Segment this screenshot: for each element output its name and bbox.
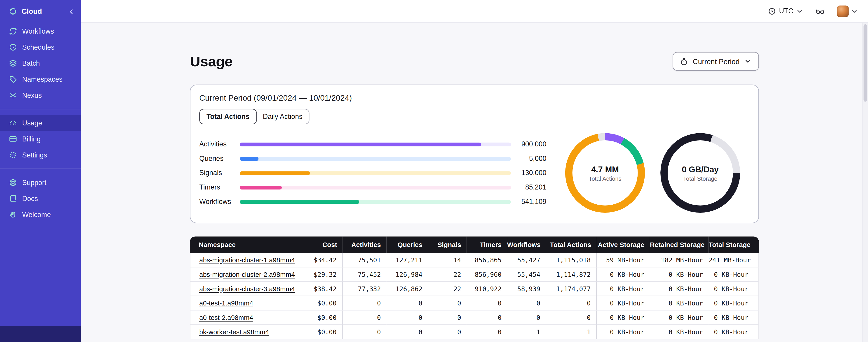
- table-cell: 77,332: [343, 282, 386, 296]
- table-cell: $0.00: [306, 325, 343, 339]
- bar-value: 900,000: [511, 140, 547, 148]
- tab-daily-actions[interactable]: Daily Actions: [256, 109, 310, 124]
- docs-icon: [9, 195, 17, 203]
- sidebar-item-namespaces[interactable]: Namespaces: [0, 71, 81, 87]
- usage-bar-chart: Activities900,000Queries5,000Signals130,…: [199, 137, 546, 209]
- namespace-link[interactable]: abs-migration-cluster-3.a98mm4: [199, 285, 295, 293]
- bar-label: Queries: [199, 155, 240, 163]
- period-button-label: Current Period: [693, 57, 739, 65]
- table-cell: 1,174,077: [546, 282, 597, 296]
- workflows-bar: [240, 200, 511, 204]
- bar-row: Queries5,000: [199, 151, 546, 166]
- usage-card: Current Period (09/01/2024 — 10/01/2024)…: [190, 84, 759, 223]
- sidebar-item-settings[interactable]: Settings: [0, 147, 81, 163]
- table-cell: 1: [546, 325, 597, 339]
- page-header: Usage Current Period: [190, 52, 759, 71]
- sidebar-footer: [0, 326, 81, 342]
- usage-icon: [9, 119, 17, 127]
- table-cell: 0: [467, 296, 507, 311]
- sidebar-collapse-button[interactable]: [67, 7, 75, 15]
- table-cell: 0 KB-Hour: [597, 296, 650, 311]
- sidebar-item-label: Usage: [22, 119, 42, 127]
- table-cell: 58,939: [507, 282, 546, 296]
- welcome-icon: [9, 210, 17, 219]
- clock-icon: [768, 7, 776, 15]
- billing-icon: [9, 135, 17, 143]
- chevron-down-icon: [851, 7, 858, 15]
- namespace-link[interactable]: bk-worker-test.a98mm4: [199, 328, 269, 336]
- table-cell: 0 KB-Hour: [597, 282, 650, 296]
- table-cell: 14: [428, 253, 467, 268]
- namespace-usage-table: NamespaceCostActivitiesQueriesSignalsTim…: [190, 236, 759, 339]
- donut-center: 0 GB/DayTotal Storage: [668, 140, 733, 206]
- card-title: Current Period (09/01/2024 — 10/01/2024): [199, 93, 750, 102]
- sidebar-item-batch[interactable]: Batch: [0, 55, 81, 71]
- namespace-link[interactable]: a0-test-1.a98mm4: [199, 299, 253, 307]
- table-cell: $0.00: [306, 310, 343, 325]
- column-header: Signals: [428, 236, 467, 253]
- sidebar-item-docs[interactable]: Docs: [0, 191, 81, 207]
- table-cell: 0: [343, 310, 386, 325]
- bar-row: Activities900,000: [199, 137, 546, 151]
- bar-row: Timers85,201: [199, 180, 546, 195]
- sidebar: Cloud WorkflowsSchedulesBatchNamespacesN…: [0, 0, 81, 342]
- table-cell: 0: [343, 296, 386, 311]
- sidebar-item-label: Batch: [22, 59, 40, 67]
- bar-value: 5,000: [511, 155, 547, 163]
- table-cell: 0 KB-Hour: [597, 325, 650, 339]
- bar-value: 85,201: [511, 183, 547, 191]
- timezone-selector[interactable]: UTC: [768, 7, 803, 15]
- namespace-cell: abs-migration-cluster-1.a98mm4: [190, 253, 306, 268]
- glasses-button[interactable]: [815, 6, 825, 16]
- sidebar-item-workflows[interactable]: Workflows: [0, 23, 81, 39]
- table-cell: 0: [467, 310, 507, 325]
- sidebar-item-nexus[interactable]: Nexus: [0, 87, 81, 103]
- timer-icon: [680, 57, 688, 65]
- sidebar-item-billing[interactable]: Billing: [0, 131, 81, 147]
- table-cell: 0: [428, 296, 467, 311]
- sidebar-item-label: Welcome: [22, 211, 51, 218]
- table-cell: 0 KB-Hour: [650, 296, 709, 311]
- vertical-scrollbar[interactable]: [862, 23, 868, 342]
- namespace-cell: abs-migration-cluster-2.a98mm4: [190, 267, 306, 282]
- column-header: Timers: [467, 236, 507, 253]
- sidebar-item-usage[interactable]: Usage: [0, 115, 81, 131]
- sidebar-divider: [0, 169, 81, 169]
- table-cell: 0 KB-Hour: [650, 325, 709, 339]
- sidebar-item-schedules[interactable]: Schedules: [0, 39, 81, 55]
- sidebar-item-welcome[interactable]: Welcome: [0, 207, 81, 223]
- sidebar-divider: [0, 109, 81, 109]
- table-cell: 75,501: [343, 253, 386, 268]
- usage-donut-charts: 4.7 MMTotal Actions0 GB/DayTotal Storage: [565, 133, 740, 213]
- namespace-cell: bk-worker-test.a98mm4: [190, 325, 306, 339]
- sidebar-item-label: Billing: [22, 135, 41, 143]
- app-root: Cloud WorkflowsSchedulesBatchNamespacesN…: [0, 0, 868, 342]
- table-cell: 0 KB-Hour: [709, 325, 759, 339]
- namespace-cell: a0-test-2.a98mm4: [190, 310, 306, 325]
- column-header: Namespace: [190, 236, 306, 253]
- table-cell: 0 KB-Hour: [709, 296, 759, 311]
- namespace-link[interactable]: abs-migration-cluster-1.a98mm4: [199, 256, 295, 264]
- table-cell: 0: [428, 325, 467, 339]
- tab-total-actions[interactable]: Total Actions: [199, 109, 257, 124]
- table-cell: 1,114,872: [546, 267, 597, 282]
- sidebar-group-help: SupportDocsWelcome: [0, 173, 81, 224]
- settings-icon: [9, 151, 17, 159]
- actions-tabs: Total ActionsDaily Actions: [199, 109, 310, 124]
- scrollbar-thumb[interactable]: [864, 24, 867, 102]
- table-cell: 0 KB-Hour: [650, 267, 709, 282]
- namespace-link[interactable]: abs-migration-cluster-2.a98mm4: [199, 271, 295, 278]
- table-cell: 0: [546, 310, 597, 325]
- sidebar-item-support[interactable]: Support: [0, 175, 81, 191]
- table-cell: 1: [507, 325, 546, 339]
- namespace-link[interactable]: a0-test-2.a98mm4: [199, 314, 253, 321]
- queries-bar: [240, 157, 511, 161]
- bar-row: Signals130,000: [199, 166, 546, 180]
- account-menu[interactable]: [837, 5, 858, 17]
- table-cell: 856,865: [467, 253, 507, 268]
- table-cell: 55,454: [507, 267, 546, 282]
- timezone-label: UTC: [779, 7, 793, 15]
- activities-bar: [240, 142, 511, 146]
- period-selector-button[interactable]: Current Period: [673, 52, 759, 71]
- total-actions-donut: 4.7 MMTotal Actions: [565, 133, 645, 213]
